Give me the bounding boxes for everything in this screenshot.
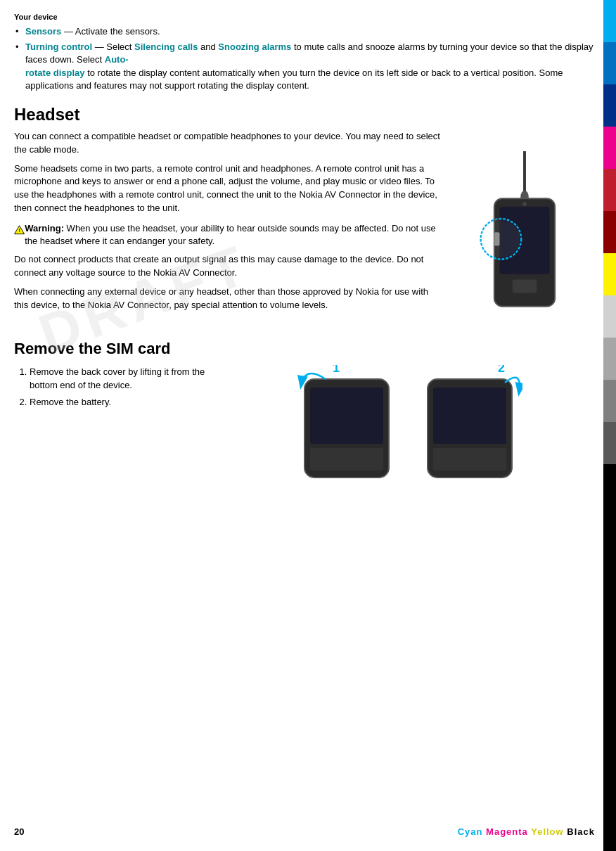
sim-step-2: Remove the battery. xyxy=(30,395,211,409)
color-label-black: Black xyxy=(567,826,595,837)
turning-control-text1: — Select xyxy=(95,41,134,52)
headset-image-column xyxy=(447,130,602,320)
svg-text:1: 1 xyxy=(333,365,340,375)
headset-connector-illustration xyxy=(454,151,595,320)
turning-control-link: Turning control xyxy=(25,41,92,52)
warning-text: Warning: When you use the headset, your … xyxy=(25,222,440,248)
bar-blue xyxy=(603,42,616,84)
svg-text:!: ! xyxy=(18,228,20,233)
headset-section: You can connect a compatible headset or … xyxy=(14,130,602,320)
sim-content: Remove the back cover by lifting it from… xyxy=(14,365,602,492)
when-connecting-text: When connecting any external device or a… xyxy=(14,286,440,312)
sensors-link: Sensors xyxy=(25,26,61,37)
bar-gray2 xyxy=(603,338,616,380)
sim-heading: Remove the SIM card xyxy=(14,340,602,358)
color-labels: Cyan Magenta Yellow Black xyxy=(458,826,595,837)
bar-gray4 xyxy=(603,422,616,464)
svg-point-8 xyxy=(482,220,520,258)
page-container: Your device Sensors — Activate the senso… xyxy=(0,0,616,851)
sim-image-column: 1 2 xyxy=(218,365,602,492)
sim-section: Remove the SIM card Remove the back cove… xyxy=(14,340,602,492)
sim-step-2-text: Remove the battery. xyxy=(30,397,111,407)
sim-text-column: Remove the back cover by lifting it from… xyxy=(14,365,211,412)
bullet-turning-control: Turning control — Select Silencing calls… xyxy=(14,41,602,92)
sim-steps-list: Remove the back cover by lifting it from… xyxy=(14,365,211,409)
bar-darkblue xyxy=(603,84,616,127)
headset-para1: You can connect a compatible headset or … xyxy=(14,130,440,157)
svg-point-9 xyxy=(522,202,527,206)
color-label-magenta: Magenta xyxy=(486,826,528,837)
color-label-yellow: Yellow xyxy=(531,826,563,837)
bar-gray3 xyxy=(603,380,616,422)
bar-cyan xyxy=(603,0,616,42)
headset-para2: Some headsets come in two parts, a remot… xyxy=(14,162,440,215)
warning-text-content: When you use the headset, your ability t… xyxy=(25,223,436,246)
silencing-calls-link: Silencing calls xyxy=(134,41,198,52)
warning-box: ! Warning: When you use the headset, you… xyxy=(14,222,440,248)
bullet-sensors: Sensors — Activate the sensors. xyxy=(14,25,602,38)
svg-rect-16 xyxy=(433,448,506,471)
color-bars xyxy=(603,0,616,851)
sim-step-1-text: Remove the back cover by lifting it from… xyxy=(30,366,205,391)
do-not-connect-text: Do not connect products that create an o… xyxy=(14,253,440,280)
sim-phones-illustration: 1 2 xyxy=(297,365,522,492)
headset-text-column: You can connect a compatible headset or … xyxy=(14,130,447,318)
svg-rect-15 xyxy=(433,388,506,444)
svg-rect-11 xyxy=(310,388,383,444)
turning-control-text2: and xyxy=(200,41,218,52)
bar-yellow xyxy=(603,253,616,295)
sim-step-1: Remove the back cover by lifting it from… xyxy=(30,365,211,392)
color-label-cyan: Cyan xyxy=(458,826,483,837)
bar-darkred xyxy=(603,211,616,253)
section-label: Your device xyxy=(14,13,602,21)
turning-control-text4: to rotate the display content automatica… xyxy=(25,68,563,91)
bar-red xyxy=(603,169,616,211)
warning-icon: ! xyxy=(14,222,25,238)
svg-rect-5 xyxy=(513,279,537,293)
svg-rect-12 xyxy=(310,448,383,471)
page-number: 20 xyxy=(14,826,24,837)
bullet-list: Sensors — Activate the sensors. Turning … xyxy=(14,25,602,92)
bar-black xyxy=(603,464,616,851)
sensors-text: — Activate the sensors. xyxy=(64,26,160,37)
warning-bold-label: Warning: xyxy=(25,223,64,233)
headset-heading: Headset xyxy=(14,105,602,124)
bar-magenta xyxy=(603,127,616,169)
snoozing-alarms-link: Snoozing alarms xyxy=(218,41,291,52)
svg-text:2: 2 xyxy=(498,365,505,375)
bar-gray1 xyxy=(603,295,616,338)
page-footer: 20 Cyan Magenta Yellow Black xyxy=(14,826,595,837)
